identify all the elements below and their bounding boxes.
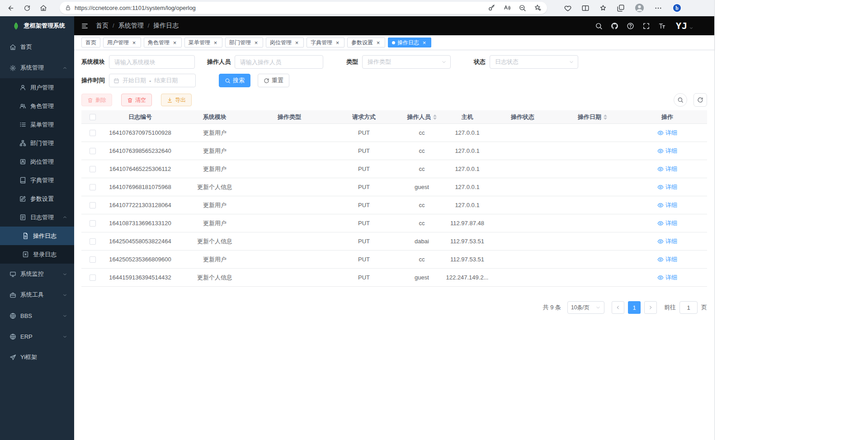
fullscreen-icon[interactable] xyxy=(642,22,650,30)
detail-link[interactable]: 详细 xyxy=(657,183,677,191)
read-aloud-icon[interactable] xyxy=(503,4,511,12)
browser-essentials-icon[interactable] xyxy=(564,4,572,12)
module-input[interactable] xyxy=(109,55,195,69)
tab-close-icon[interactable]: × xyxy=(335,40,340,46)
app-logo[interactable]: 意框架管理系统 xyxy=(0,16,74,35)
page-number-1[interactable]: 1 xyxy=(628,301,641,314)
sidebar-item[interactable]: 登录日志 xyxy=(0,245,74,264)
tab[interactable]: 岗位管理 × xyxy=(266,38,304,47)
tab-close-icon[interactable]: × xyxy=(421,40,427,46)
row-checkbox[interactable] xyxy=(90,148,96,154)
sort-carets[interactable] xyxy=(604,114,607,120)
sidebar-toggle-icon[interactable] xyxy=(81,22,89,30)
select-all-checkbox[interactable] xyxy=(90,114,96,120)
refresh-table-button[interactable] xyxy=(693,93,707,107)
user-menu-caret-icon[interactable] xyxy=(689,26,693,30)
tab[interactable]: 角色管理 × xyxy=(144,38,182,47)
sidebar-item[interactable]: 岗位管理 xyxy=(0,152,74,171)
clear-button[interactable]: 清空 xyxy=(121,94,152,106)
row-checkbox[interactable] xyxy=(90,130,96,136)
tab[interactable]: 参数设置 × xyxy=(347,38,385,47)
zoom-icon[interactable] xyxy=(519,4,526,12)
split-screen-icon[interactable] xyxy=(581,4,590,12)
type-select[interactable]: 操作类型 xyxy=(362,55,451,69)
password-icon[interactable] xyxy=(488,4,495,12)
github-icon[interactable] xyxy=(611,22,618,30)
tab[interactable]: 菜单管理 × xyxy=(184,38,222,47)
favorites-icon[interactable] xyxy=(599,4,607,12)
detail-link[interactable]: 详细 xyxy=(657,201,677,209)
sidebar-item[interactable]: 菜单管理 xyxy=(0,115,74,134)
search-button[interactable]: 搜索 xyxy=(219,74,250,87)
sidebar-item[interactable]: 用户管理 xyxy=(0,78,74,97)
row-checkbox[interactable] xyxy=(90,184,96,190)
status-select[interactable]: 日志状态 xyxy=(490,55,578,69)
sidebar-item[interactable]: BBS xyxy=(0,305,74,326)
refresh-button[interactable] xyxy=(21,2,33,14)
sidebar-item[interactable]: 首页 xyxy=(0,37,74,57)
detail-link[interactable]: 详细 xyxy=(657,219,677,227)
header-search-icon[interactable] xyxy=(595,22,603,30)
sidebar-item[interactable]: 日志管理 xyxy=(0,208,74,227)
column-header[interactable]: 日志编号 xyxy=(104,110,176,123)
home-button[interactable] xyxy=(37,2,50,14)
row-checkbox[interactable] xyxy=(90,256,96,263)
tab-close-icon[interactable]: × xyxy=(294,40,300,46)
column-header[interactable]: 操作状态 xyxy=(493,110,552,123)
browser-menu-icon[interactable] xyxy=(654,4,662,12)
column-header[interactable]: 主机 xyxy=(441,110,493,123)
collections-icon[interactable] xyxy=(617,4,625,12)
tab-close-icon[interactable]: × xyxy=(375,40,381,46)
detail-link[interactable]: 详细 xyxy=(657,129,677,137)
tab[interactable]: 部门管理 × xyxy=(225,38,263,47)
column-header[interactable]: 操作 xyxy=(633,110,702,123)
url-text[interactable]: https://ccnetcore.com:1101/system/log/op… xyxy=(75,5,480,11)
address-bar[interactable]: https://ccnetcore.com:1101/system/log/op… xyxy=(60,2,547,14)
sidebar-item[interactable]: ERP xyxy=(0,326,74,347)
column-header[interactable]: 操作日期 xyxy=(552,110,633,123)
tab[interactable]: 用户管理 × xyxy=(103,38,141,47)
export-button[interactable]: 导出 xyxy=(161,94,192,106)
date-range-picker[interactable]: 开始日期 - 结束日期 xyxy=(109,74,196,87)
sidebar-item[interactable]: 字典管理 xyxy=(0,171,74,189)
breadcrumb-item[interactable]: 系统管理 xyxy=(108,22,144,30)
bing-icon[interactable]: b xyxy=(672,3,682,13)
sidebar-item[interactable]: 系统监控 xyxy=(0,264,74,284)
breadcrumb-item[interactable]: 操作日志 xyxy=(144,22,179,30)
back-button[interactable] xyxy=(5,2,17,14)
column-header[interactable]: 操作类型 xyxy=(253,110,326,123)
favorite-icon[interactable] xyxy=(534,4,542,12)
tab-close-icon[interactable]: × xyxy=(253,40,259,46)
prev-page-button[interactable] xyxy=(612,301,624,314)
breadcrumb-item[interactable]: 首页 xyxy=(96,22,108,30)
sidebar-item[interactable]: 部门管理 xyxy=(0,134,74,152)
tab-close-icon[interactable]: × xyxy=(172,40,178,46)
tab[interactable]: 字典管理 × xyxy=(307,38,344,47)
reset-button[interactable]: 重置 xyxy=(258,74,289,87)
tab-close-icon[interactable]: × xyxy=(212,40,218,46)
delete-button[interactable]: 删除 xyxy=(81,94,112,106)
detail-link[interactable]: 详细 xyxy=(657,165,677,173)
row-checkbox[interactable] xyxy=(90,220,96,227)
font-size-icon[interactable] xyxy=(658,22,666,30)
operator-input[interactable] xyxy=(235,55,323,69)
user-logo[interactable]: YJ xyxy=(676,20,688,31)
column-header[interactable]: 请求方式 xyxy=(326,110,402,123)
row-checkbox[interactable] xyxy=(90,166,96,172)
sidebar-item[interactable]: 参数设置 xyxy=(0,189,74,208)
next-page-button[interactable] xyxy=(644,301,657,314)
column-header[interactable]: 操作人员 xyxy=(402,110,441,123)
row-checkbox[interactable] xyxy=(90,274,96,281)
column-header[interactable]: 系统模块 xyxy=(176,110,253,123)
profile-avatar[interactable] xyxy=(634,3,645,13)
tab-close-icon[interactable]: × xyxy=(131,40,137,46)
goto-page-input[interactable] xyxy=(679,301,698,314)
detail-link[interactable]: 详细 xyxy=(657,147,677,155)
page-size-select[interactable]: 10条/页 xyxy=(567,301,604,314)
row-checkbox[interactable] xyxy=(90,238,96,245)
sidebar-item[interactable]: 系统管理 xyxy=(0,57,74,78)
detail-link[interactable]: 详细 xyxy=(657,255,677,264)
show-search-button[interactable] xyxy=(674,93,687,107)
sidebar-item[interactable]: 操作日志 xyxy=(0,227,74,245)
detail-link[interactable]: 详细 xyxy=(657,274,677,282)
